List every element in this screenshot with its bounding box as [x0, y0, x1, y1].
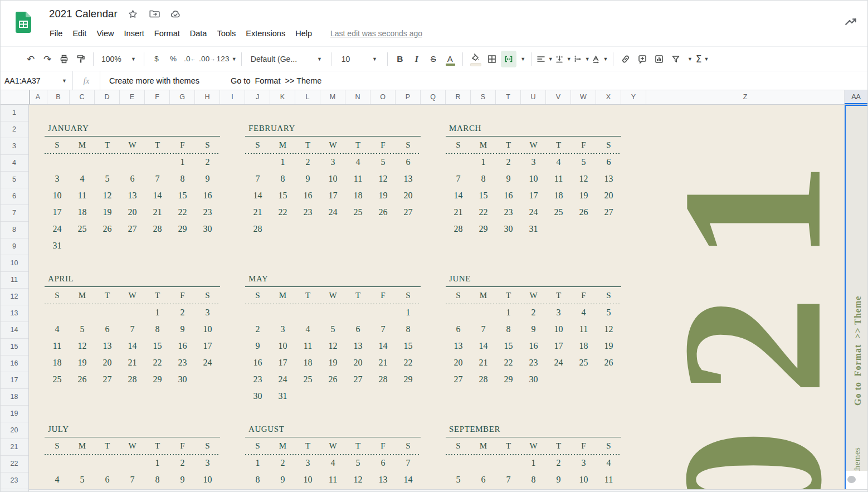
date-cell[interactable]: 14	[396, 471, 421, 488]
row-header-18[interactable]: 18	[0, 389, 28, 406]
date-cell[interactable]: 1	[521, 455, 546, 471]
text-wrap-button[interactable]: ▼	[573, 51, 590, 67]
date-cell[interactable]: 18	[571, 338, 596, 354]
date-cell[interactable]: 28	[245, 221, 270, 237]
filter-views-caret[interactable]: ▼	[685, 51, 694, 67]
date-cell[interactable]: 22	[496, 354, 521, 371]
date-cell[interactable]: 26	[596, 354, 621, 371]
date-cell[interactable]: 22	[145, 354, 170, 371]
date-cell[interactable]: 6	[596, 154, 621, 171]
date-cell[interactable]: 10	[521, 171, 546, 187]
weekday-cell[interactable]: M	[70, 137, 95, 154]
row-header-1[interactable]: 1	[0, 105, 28, 121]
date-cell[interactable]: 9	[170, 321, 195, 338]
formula-input[interactable]: Create more with themes Go to Format >> …	[100, 76, 321, 85]
column-header-P[interactable]: P	[396, 90, 421, 104]
weekday-cell[interactable]: M	[70, 287, 95, 304]
column-header-G[interactable]: G	[170, 90, 195, 104]
menu-edit[interactable]: Edit	[67, 27, 91, 40]
weekday-cell[interactable]: W	[320, 287, 345, 304]
date-cell[interactable]	[320, 221, 345, 237]
row-header-23[interactable]: 23	[0, 472, 28, 489]
column-header-L[interactable]: L	[295, 90, 320, 104]
date-cell[interactable]: 9	[546, 471, 571, 488]
date-cell[interactable]	[370, 388, 396, 405]
date-cell[interactable]: 10	[320, 171, 345, 187]
date-cell[interactable]: 21	[471, 354, 496, 371]
date-cell[interactable]	[370, 304, 396, 321]
date-cell[interactable]: 7	[245, 171, 270, 187]
date-cell[interactable]: 3	[270, 321, 295, 338]
month-title[interactable]: AUGUST	[245, 422, 421, 437]
date-cell[interactable]: 2	[295, 154, 320, 171]
weekday-cell[interactable]: T	[345, 437, 370, 455]
column-header-U[interactable]: U	[521, 90, 546, 104]
date-cell[interactable]: 28	[446, 221, 471, 237]
date-cell[interactable]: 17	[270, 354, 295, 371]
weekday-cell[interactable]: F	[571, 287, 596, 304]
date-cell[interactable]: 15	[496, 338, 521, 354]
column-header-Z[interactable]: Z	[646, 90, 845, 104]
strikethrough-button[interactable]: S	[426, 51, 441, 67]
weekday-cell[interactable]: F	[571, 137, 596, 154]
date-cell[interactable]: 22	[471, 204, 496, 221]
move-to-folder-icon[interactable]	[149, 8, 160, 20]
weekday-cell[interactable]: S	[195, 437, 220, 455]
date-cell[interactable]	[596, 371, 621, 388]
date-cell[interactable]: 13	[396, 171, 421, 187]
date-cell[interactable]: 5	[70, 471, 95, 488]
date-cell[interactable]	[471, 455, 496, 471]
create-filter-button[interactable]	[668, 51, 684, 67]
date-cell[interactable]	[546, 371, 571, 388]
date-cell[interactable]	[320, 388, 345, 405]
row-header-22[interactable]: 22	[0, 456, 28, 472]
date-cell[interactable]: 4	[295, 321, 320, 338]
date-cell[interactable]: 15	[170, 187, 195, 204]
menu-tools[interactable]: Tools	[212, 27, 241, 40]
column-header-K[interactable]: K	[270, 90, 295, 104]
date-cell[interactable]: 6	[446, 321, 471, 338]
weekday-cell[interactable]: T	[496, 437, 521, 455]
column-header-M[interactable]: M	[320, 90, 345, 104]
date-cell[interactable]: 2	[521, 304, 546, 321]
date-cell[interactable]: 13	[370, 471, 396, 488]
date-cell[interactable]: 28	[471, 371, 496, 388]
weekday-cell[interactable]: M	[270, 137, 295, 154]
cloud-saved-icon[interactable]	[170, 8, 181, 20]
weekday-cell[interactable]: T	[95, 437, 120, 455]
date-cell[interactable]: 15	[270, 187, 295, 204]
date-cell[interactable]: 17	[546, 338, 571, 354]
date-cell[interactable]: 7	[471, 321, 496, 338]
date-cell[interactable]: 10	[195, 321, 220, 338]
date-cell[interactable]	[120, 304, 145, 321]
date-cell[interactable]: 14	[245, 187, 270, 204]
date-cell[interactable]: 12	[345, 471, 370, 488]
date-cell[interactable]: 19	[596, 338, 621, 354]
row-header-3[interactable]: 3	[0, 138, 28, 155]
date-cell[interactable]: 24	[270, 371, 295, 388]
row-header-20[interactable]: 20	[0, 422, 28, 439]
date-cell[interactable]: 19	[370, 187, 396, 204]
date-cell[interactable]: 16	[496, 187, 521, 204]
weekday-cell[interactable]: W	[120, 437, 145, 455]
menu-help[interactable]: Help	[290, 27, 317, 40]
menu-insert[interactable]: Insert	[119, 27, 149, 40]
date-cell[interactable]	[571, 371, 596, 388]
date-cell[interactable]: 3	[546, 304, 571, 321]
date-cell[interactable]	[446, 304, 471, 321]
weekday-cell[interactable]: T	[95, 137, 120, 154]
date-cell[interactable]: 2	[170, 304, 195, 321]
date-cell[interactable]	[270, 221, 295, 237]
row-header-21[interactable]: 21	[0, 439, 28, 456]
weekday-cell[interactable]: W	[521, 287, 546, 304]
weekday-cell[interactable]: T	[145, 137, 170, 154]
date-cell[interactable]: 12	[320, 338, 345, 354]
document-title[interactable]: 2021 Calendar	[49, 8, 118, 20]
column-header-H[interactable]: H	[195, 90, 220, 104]
date-cell[interactable]	[70, 154, 95, 171]
column-header-A[interactable]: A	[29, 90, 47, 104]
date-cell[interactable]: 19	[571, 187, 596, 204]
date-cell[interactable]: 24	[521, 204, 546, 221]
date-cell[interactable]	[295, 304, 320, 321]
date-cell[interactable]: 13	[95, 338, 120, 354]
